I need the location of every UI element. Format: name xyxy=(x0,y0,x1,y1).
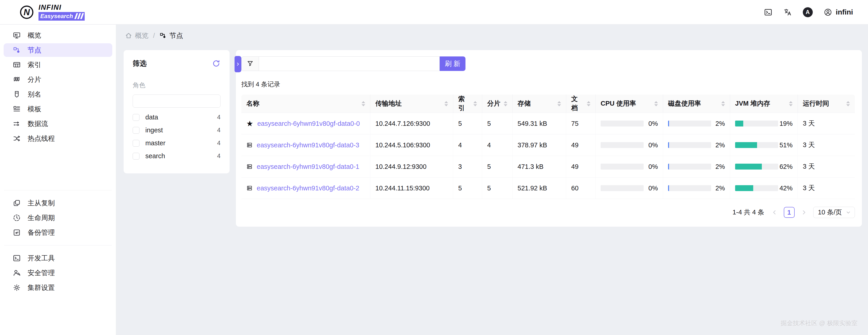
breadcrumb: 概览 / 节点 xyxy=(116,25,868,47)
checkbox[interactable] xyxy=(133,140,140,147)
col-header-storage[interactable]: 存储 xyxy=(513,94,566,113)
watermark: 掘金技术社区 @ 极限实验室 xyxy=(781,319,858,327)
cell-address: 10.244.11.15:9300 xyxy=(370,177,453,199)
disk-progress-fill xyxy=(668,120,669,127)
sidebar-item-lifecycle[interactable]: 生命周期 xyxy=(4,211,112,225)
logo-slashes-decoration xyxy=(75,13,83,19)
sidebar-item-dev-tools[interactable]: 开发工具 xyxy=(4,251,112,265)
sidebar-item-aliases[interactable]: 别名 xyxy=(4,87,112,101)
node-name-link[interactable]: easysearch-6yhwn91v80gf-data0-0 xyxy=(257,120,360,128)
cell-storage: 378.97 kB xyxy=(513,134,566,156)
table-row: ★ easysearch-6yhwn91v80gf-data0-0 10.244… xyxy=(241,113,855,134)
cell-docs: 60 xyxy=(566,177,596,199)
refresh-filters-icon[interactable] xyxy=(212,59,220,68)
cell-shards: 5 xyxy=(482,177,513,199)
nodes-search-input[interactable] xyxy=(259,56,440,71)
next-page-icon[interactable] xyxy=(801,209,807,216)
cpu-usage: 0% xyxy=(601,141,658,149)
option-count: 4 xyxy=(217,140,220,147)
filter-option-ingest[interactable]: ingest 4 xyxy=(133,124,220,137)
sidebar-item-templates[interactable]: 模板 xyxy=(4,102,112,116)
sidebar-item-shards[interactable]: 分片 xyxy=(4,73,112,86)
table-row: easysearch-6yhwn91v80gf-data0-2 10.244.1… xyxy=(241,177,855,199)
jvm-progress-fill xyxy=(735,164,762,170)
translate-icon[interactable] xyxy=(783,8,792,17)
disk-usage: 2% xyxy=(668,120,725,128)
cell-address: 10.244.7.126:9300 xyxy=(370,113,453,134)
sort-icons[interactable] xyxy=(584,101,590,106)
col-header-uptime[interactable]: 运行时间 xyxy=(798,94,855,113)
cell-storage: 471.3 kB xyxy=(513,156,566,177)
checkbox[interactable] xyxy=(133,153,140,160)
sidebar-item-indices[interactable]: 索引 xyxy=(4,58,112,72)
page-size-select[interactable]: 10 条/页 xyxy=(813,207,855,218)
theme-avatar-icon[interactable]: A xyxy=(803,7,813,17)
cpu-usage: 0% xyxy=(601,185,658,192)
sidebar-item-nodes[interactable]: 节点 xyxy=(4,43,112,57)
sort-icons[interactable] xyxy=(719,101,725,106)
server-node-icon xyxy=(246,163,253,170)
backup-icon xyxy=(13,228,21,236)
col-header-docs[interactable]: 文档 xyxy=(566,94,596,113)
col-header-cpu[interactable]: CPU 使用率 xyxy=(596,94,663,113)
cell-shards: 5 xyxy=(482,156,513,177)
sort-icons[interactable] xyxy=(501,101,507,106)
sidebar-item-backup[interactable]: 备份管理 xyxy=(4,226,112,239)
app-logo: N INFINI Easysearch xyxy=(0,4,116,21)
col-header-shards[interactable]: 分片 xyxy=(482,94,513,113)
checkbox[interactable] xyxy=(133,114,140,121)
sidebar-item-replication[interactable]: 主从复制 xyxy=(4,196,112,210)
cpu-usage: 0% xyxy=(601,163,658,170)
node-name-link[interactable]: easysearch-6yhwn91v80gf-data0-2 xyxy=(257,185,359,192)
sidebar-item-cluster-settings[interactable]: 集群设置 xyxy=(4,281,112,295)
role-filter-input[interactable] xyxy=(133,94,220,108)
collapse-filter-tab[interactable] xyxy=(235,56,241,72)
col-header-jvm[interactable]: JVM 堆内存 xyxy=(730,94,798,113)
option-count: 4 xyxy=(217,152,220,160)
col-header-indices[interactable]: 索引 xyxy=(453,94,482,113)
node-name-link[interactable]: easysearch-6yhwn91v80gf-data0-1 xyxy=(257,163,359,170)
sidebar-item-overview[interactable]: 概览 xyxy=(4,29,112,42)
breadcrumb-nodes: 节点 xyxy=(159,31,183,40)
sort-icons[interactable] xyxy=(786,101,793,106)
cell-uptime: 3 天 xyxy=(798,134,855,156)
sidebar-item-hot-threads[interactable]: 热点线程 xyxy=(4,132,112,145)
checkbox[interactable] xyxy=(133,127,140,134)
user-menu[interactable]: infini xyxy=(824,8,853,17)
sidebar-item-security[interactable]: 安全管理 xyxy=(4,266,112,280)
sort-icons[interactable] xyxy=(442,101,448,106)
home-icon xyxy=(125,32,132,39)
prev-page-icon[interactable] xyxy=(771,209,778,216)
col-header-address[interactable]: 传输地址 xyxy=(370,94,453,113)
top-header: N INFINI Easysearch A infini xyxy=(0,0,868,25)
sort-icons[interactable] xyxy=(555,101,561,106)
col-header-disk[interactable]: 磁盘使用率 xyxy=(663,94,730,113)
cell-address: 10.244.5.106:9300 xyxy=(370,134,453,156)
breadcrumb-overview[interactable]: 概览 xyxy=(125,31,149,40)
disk-usage: 2% xyxy=(668,185,725,192)
jvm-heap: 62% xyxy=(735,163,793,170)
sort-icons[interactable] xyxy=(359,101,365,106)
server-node-icon xyxy=(246,142,253,148)
sort-icons[interactable] xyxy=(843,101,850,106)
pagination-total: 1-4 共 4 条 xyxy=(733,208,764,217)
data-stream-icon xyxy=(13,120,21,128)
sort-icons[interactable] xyxy=(471,101,477,106)
cell-indices: 4 xyxy=(453,134,482,156)
sidebar-item-data-streams[interactable]: 数据流 xyxy=(4,117,112,131)
sort-icons[interactable] xyxy=(652,101,658,106)
node-name-link[interactable]: easysearch-6yhwn91v80gf-data0-3 xyxy=(257,141,359,149)
chevron-right-icon xyxy=(236,62,241,67)
jvm-progress-fill xyxy=(735,142,757,148)
disk-usage: 2% xyxy=(668,141,725,149)
col-header-name[interactable]: 名称 xyxy=(241,94,370,113)
filter-option-master[interactable]: master 4 xyxy=(133,137,220,149)
terminal-icon[interactable] xyxy=(764,8,772,17)
clock-icon xyxy=(13,214,21,222)
filter-option-search[interactable]: search 4 xyxy=(133,149,220,163)
disk-progress-fill xyxy=(668,142,669,148)
refresh-button[interactable]: 刷新 xyxy=(440,56,465,71)
page-1-button[interactable]: 1 xyxy=(784,207,795,218)
shuffle-icon xyxy=(13,134,21,143)
filter-option-data[interactable]: data 4 xyxy=(133,111,220,124)
